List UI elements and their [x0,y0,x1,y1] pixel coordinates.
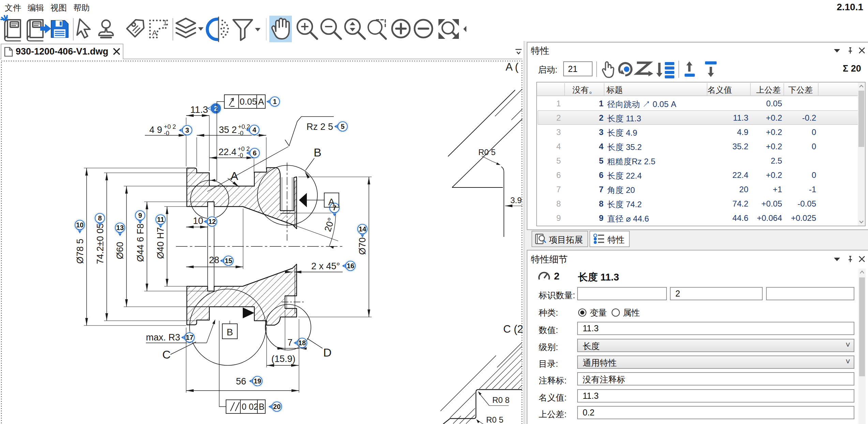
svg-text:Ø40 H7: Ø40 H7 [155,227,166,259]
svg-text:R0 8: R0 8 [492,395,510,405]
svg-text:B: B [227,327,233,337]
svg-text:R0 5: R0 5 [478,148,496,157]
svg-text:Ø60: Ø60 [115,242,125,259]
svg-text:A (: A ( [506,61,519,73]
svg-text:2 x 45°: 2 x 45° [311,261,340,271]
svg-text:12: 12 [208,218,216,225]
svg-text:Ø78 5: Ø78 5 [75,239,85,264]
svg-text:1: 1 [273,98,276,105]
svg-text:0 02: 0 02 [242,402,258,411]
svg-text:28: 28 [209,255,219,265]
svg-text:11: 11 [157,216,164,223]
svg-text:15: 15 [225,257,232,264]
svg-text:A: A [328,197,335,207]
svg-text:Ø44 6 F8: Ø44 6 F8 [135,224,146,262]
svg-text:1: 1 [163,18,167,27]
svg-text:+0 2: +0 2 [238,146,250,152]
svg-text:+0 2: +0 2 [164,123,176,130]
svg-text:7: 7 [287,337,293,348]
svg-text:Rz 2 5: Rz 2 5 [306,122,333,132]
svg-text:max. R3: max. R3 [146,332,180,343]
svg-text:-0: -0 [238,152,243,159]
svg-text:4: 4 [252,126,256,134]
svg-text:13: 13 [116,224,124,231]
svg-text:18: 18 [298,339,306,347]
svg-text:Ø70: Ø70 [357,237,368,255]
svg-text:D: D [323,346,332,359]
svg-text:17: 17 [186,334,193,341]
svg-text:14: 14 [359,225,366,233]
svg-text:R0 5: R0 5 [486,415,504,424]
svg-text:56: 56 [236,376,246,387]
svg-text:20: 20 [273,403,281,410]
svg-text:8: 8 [98,214,102,222]
svg-text:-0: -0 [164,130,169,137]
svg-text:11.3: 11.3 [190,104,208,115]
svg-text:A: A [230,169,238,182]
svg-text:3.9: 3.9 [510,196,522,205]
svg-text:A: A [258,96,264,107]
svg-text:9: 9 [138,212,142,219]
svg-text:-0: -0 [238,130,243,137]
svg-text:2: 2 [214,105,218,112]
svg-text:35 2: 35 2 [219,125,237,135]
svg-text:A: A [152,29,157,37]
svg-text:C: C [162,348,171,361]
svg-text:16: 16 [347,262,354,270]
svg-text:(15.9): (15.9) [271,354,296,364]
svg-text:3: 3 [185,126,189,134]
svg-text:C (2: C (2 [503,323,523,335]
svg-text:5: 5 [341,123,344,130]
svg-text:74.2±0 05: 74.2±0 05 [95,223,105,264]
svg-text:0.05: 0.05 [240,96,257,107]
svg-text:4 9: 4 9 [149,125,162,135]
svg-text:10: 10 [76,221,84,229]
svg-text:B: B [259,402,265,411]
svg-text:22.4: 22.4 [219,147,237,157]
svg-text:19: 19 [254,377,261,385]
svg-text:6: 6 [253,149,256,157]
svg-text:20°: 20° [323,216,336,233]
svg-text:B: B [314,146,321,159]
svg-text:10: 10 [193,216,203,226]
